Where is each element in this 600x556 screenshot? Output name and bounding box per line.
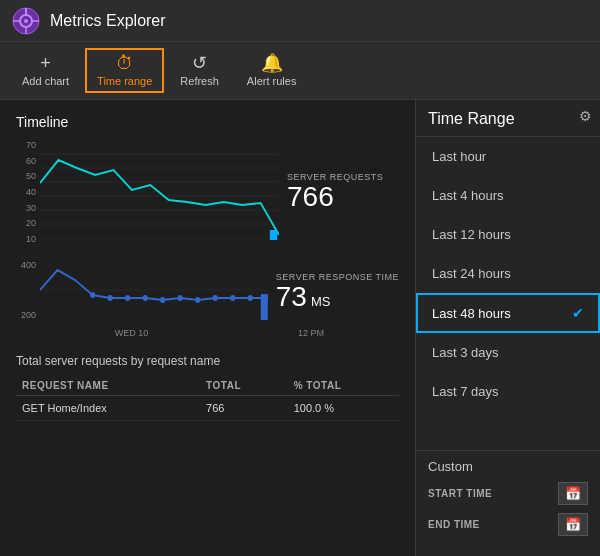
requests-table: REQUEST NAME TOTAL % TOTAL GET Home/Inde… bbox=[16, 376, 399, 421]
refresh-label: Refresh bbox=[180, 75, 219, 87]
svg-point-21 bbox=[125, 295, 130, 301]
app-title: Metrics Explorer bbox=[50, 12, 166, 30]
svg-point-27 bbox=[230, 295, 235, 301]
main-container: Timeline 70 60 50 40 30 20 10 bbox=[0, 100, 600, 556]
selected-checkmark: ✔ bbox=[572, 305, 584, 321]
time-range-label: Time range bbox=[97, 75, 152, 87]
time-range-last-48-hours[interactable]: Last 48 hours ✔ bbox=[416, 293, 600, 333]
chart2-metrics: SERVER RESPONSE TIME 73 MS bbox=[268, 260, 399, 324]
time-range-last-7-days[interactable]: Last 7 days bbox=[416, 372, 600, 411]
end-time-field: END TIME 📅 bbox=[428, 513, 588, 536]
end-time-calendar-button[interactable]: 📅 bbox=[558, 513, 588, 536]
table-title: Total server requests by request name bbox=[16, 354, 399, 368]
chart2-metric-value: 73 bbox=[276, 282, 307, 313]
app-logo bbox=[12, 7, 40, 35]
chart-area-2: 400 200 bbox=[16, 260, 399, 338]
chart2-metric-unit: MS bbox=[311, 294, 331, 309]
time-range-list: Last hour Last 4 hours Last 12 hours Las… bbox=[416, 137, 600, 450]
custom-label: Custom bbox=[428, 459, 588, 474]
right-panel: Time Range ⚙ Last hour Last 4 hours Last… bbox=[415, 100, 600, 556]
table-section: Total server requests by request name RE… bbox=[16, 354, 399, 421]
svg-point-24 bbox=[178, 295, 183, 301]
svg-point-23 bbox=[160, 297, 165, 303]
svg-point-2 bbox=[24, 19, 28, 23]
svg-point-26 bbox=[213, 295, 218, 301]
chart1-metric-value: 766 bbox=[287, 182, 399, 213]
end-time-label: END TIME bbox=[428, 519, 480, 530]
svg-point-22 bbox=[143, 295, 148, 301]
time-range-icon: ⏱ bbox=[116, 54, 134, 72]
chart-x-labels: WED 10 12 PM bbox=[16, 328, 399, 338]
start-time-calendar-button[interactable]: 📅 bbox=[558, 482, 588, 505]
timeline-section-title: Timeline bbox=[16, 114, 399, 130]
add-chart-icon: + bbox=[40, 54, 51, 72]
time-range-last-24-hours[interactable]: Last 24 hours bbox=[416, 254, 600, 293]
custom-section: Custom START TIME 📅 END TIME 📅 bbox=[416, 450, 600, 556]
start-time-label: START TIME bbox=[428, 488, 492, 499]
table-row: GET Home/Index 766 100.0 % bbox=[16, 396, 399, 421]
col-request-name: REQUEST NAME bbox=[16, 376, 200, 396]
chart2-y-labels: 400 200 bbox=[16, 260, 40, 320]
add-chart-button[interactable]: + Add chart bbox=[10, 48, 81, 93]
col-percent-total: % TOTAL bbox=[288, 376, 399, 396]
svg-point-20 bbox=[107, 295, 112, 301]
time-range-last-12-hours[interactable]: Last 12 hours bbox=[416, 215, 600, 254]
chart1-svg bbox=[40, 140, 279, 244]
svg-point-25 bbox=[195, 297, 200, 303]
svg-rect-15 bbox=[270, 230, 277, 240]
time-range-last-3-days[interactable]: Last 3 days bbox=[416, 333, 600, 372]
time-range-last-hour[interactable]: Last hour bbox=[416, 137, 600, 176]
svg-point-28 bbox=[248, 295, 253, 301]
left-panel: Timeline 70 60 50 40 30 20 10 bbox=[0, 100, 415, 556]
alert-rules-icon: 🔔 bbox=[261, 54, 283, 72]
settings-icon[interactable]: ⚙ bbox=[579, 108, 592, 124]
add-chart-label: Add chart bbox=[22, 75, 69, 87]
chart1-y-labels: 70 60 50 40 30 20 10 bbox=[16, 140, 40, 244]
row-percent: 100.0 % bbox=[288, 396, 399, 421]
row-name: GET Home/Index bbox=[16, 396, 200, 421]
alert-rules-button[interactable]: 🔔 Alert rules bbox=[235, 48, 309, 93]
time-range-button[interactable]: ⏱ Time range bbox=[85, 48, 164, 93]
right-panel-header: Time Range ⚙ bbox=[416, 100, 600, 137]
toolbar: + Add chart ⏱ Time range ↺ Refresh 🔔 Ale… bbox=[0, 42, 600, 100]
chart-area-1: 70 60 50 40 30 20 10 bbox=[16, 140, 399, 244]
svg-point-19 bbox=[90, 292, 95, 298]
header: Metrics Explorer bbox=[0, 0, 600, 42]
time-range-last-4-hours[interactable]: Last 4 hours bbox=[416, 176, 600, 215]
col-total: TOTAL bbox=[200, 376, 288, 396]
svg-rect-30 bbox=[261, 294, 268, 320]
refresh-icon: ↺ bbox=[192, 54, 207, 72]
start-time-field: START TIME 📅 bbox=[428, 482, 588, 505]
chart2-svg bbox=[40, 260, 268, 324]
time-range-panel-title: Time Range bbox=[428, 110, 515, 128]
alert-rules-label: Alert rules bbox=[247, 75, 297, 87]
refresh-button[interactable]: ↺ Refresh bbox=[168, 48, 231, 93]
chart1-metrics: SERVER REQUESTS 766 bbox=[279, 140, 399, 244]
row-total: 766 bbox=[200, 396, 288, 421]
